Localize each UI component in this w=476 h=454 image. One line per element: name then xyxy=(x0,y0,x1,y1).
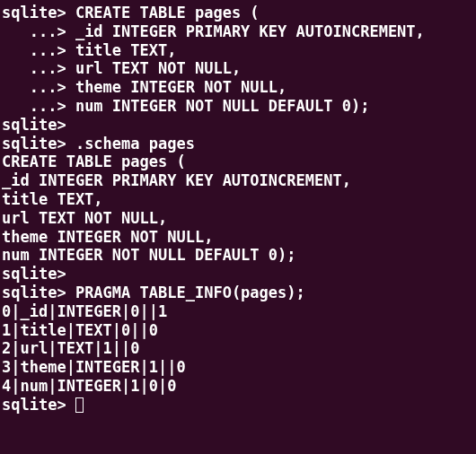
terminal-line: 4|num|INTEGER|1|0|0 xyxy=(2,377,474,396)
terminal-text: url TEXT NOT NULL, xyxy=(75,59,241,77)
sqlite-prompt: sqlite> xyxy=(2,396,75,414)
terminal-text: url TEXT NOT NULL, xyxy=(2,209,167,227)
sqlite-continuation: ...> xyxy=(2,22,75,40)
terminal-text: title TEXT, xyxy=(2,190,103,208)
terminal-line: url TEXT NOT NULL, xyxy=(2,209,474,228)
sqlite-prompt: sqlite> xyxy=(2,265,75,283)
terminal-text: title TEXT, xyxy=(75,41,177,59)
sqlite-continuation: ...> xyxy=(2,97,75,115)
terminal-text: PRAGMA TABLE_INFO(pages); xyxy=(75,284,305,301)
terminal-text: num INTEGER NOT NULL DEFAULT 0); xyxy=(2,246,296,264)
terminal-text: theme INTEGER NOT NULL, xyxy=(2,228,213,246)
terminal-text: _id INTEGER PRIMARY KEY AUTOINCREMENT, xyxy=(2,171,351,189)
terminal-line: ...> theme INTEGER NOT NULL, xyxy=(2,78,474,97)
sqlite-prompt: sqlite> xyxy=(2,4,75,22)
terminal-line: ...> title TEXT, xyxy=(2,41,474,60)
terminal-line: 1|title|TEXT|0||0 xyxy=(2,321,474,340)
terminal-line: title TEXT, xyxy=(2,190,474,209)
terminal-line: ...> _id INTEGER PRIMARY KEY AUTOINCREME… xyxy=(2,22,474,41)
terminal-line: _id INTEGER PRIMARY KEY AUTOINCREMENT, xyxy=(2,171,474,190)
sqlite-continuation: ...> xyxy=(2,59,75,77)
cursor-icon xyxy=(75,397,84,413)
terminal-text: CREATE TABLE pages ( xyxy=(75,4,260,22)
terminal-output[interactable]: sqlite> CREATE TABLE pages ( ...> _id IN… xyxy=(0,0,476,418)
terminal-line: sqlite> CREATE TABLE pages ( xyxy=(2,4,474,22)
terminal-cursor-line[interactable]: sqlite> xyxy=(2,396,474,415)
terminal-text: .schema pages xyxy=(75,135,195,153)
terminal-line: 2|url|TEXT|1||0 xyxy=(2,339,474,358)
terminal-line: num INTEGER NOT NULL DEFAULT 0); xyxy=(2,246,474,265)
terminal-line: sqlite> PRAGMA TABLE_INFO(pages); xyxy=(2,284,474,302)
sqlite-prompt: sqlite> xyxy=(2,135,75,153)
terminal-text: _id INTEGER PRIMARY KEY AUTOINCREMENT, xyxy=(75,22,425,40)
sqlite-prompt: sqlite> xyxy=(2,116,75,134)
terminal-line: ...> url TEXT NOT NULL, xyxy=(2,59,474,78)
terminal-line: sqlite> xyxy=(2,116,474,135)
terminal-line: sqlite> .schema pages xyxy=(2,135,474,153)
sqlite-prompt: sqlite> xyxy=(2,284,75,301)
terminal-text: 4|num|INTEGER|1|0|0 xyxy=(2,377,176,395)
terminal-line: 0|_id|INTEGER|0||1 xyxy=(2,302,474,321)
terminal-text: 1|title|TEXT|0||0 xyxy=(2,321,158,339)
terminal-text: 0|_id|INTEGER|0||1 xyxy=(2,302,167,320)
terminal-text: 2|url|TEXT|1||0 xyxy=(2,339,140,357)
terminal-line: sqlite> xyxy=(2,265,474,284)
sqlite-continuation: ...> xyxy=(2,41,75,59)
terminal-line: CREATE TABLE pages ( xyxy=(2,153,474,171)
terminal-line: 3|theme|INTEGER|1||0 xyxy=(2,358,474,377)
terminal-text: theme INTEGER NOT NULL, xyxy=(75,78,286,96)
sqlite-continuation: ...> xyxy=(2,78,75,96)
terminal-text: CREATE TABLE pages ( xyxy=(2,153,186,170)
terminal-text: 3|theme|INTEGER|1||0 xyxy=(2,358,186,376)
terminal-line: theme INTEGER NOT NULL, xyxy=(2,228,474,247)
terminal-text: num INTEGER NOT NULL DEFAULT 0); xyxy=(75,97,370,115)
terminal-line: ...> num INTEGER NOT NULL DEFAULT 0); xyxy=(2,97,474,116)
